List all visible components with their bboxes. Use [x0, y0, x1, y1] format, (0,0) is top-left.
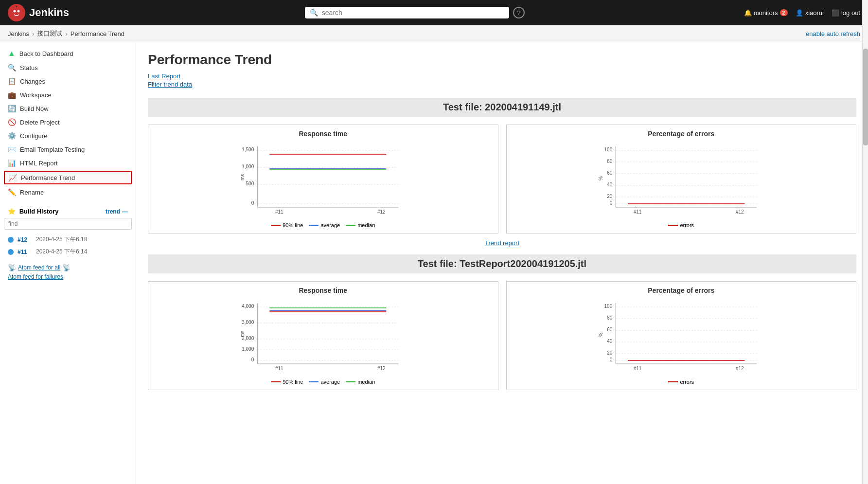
- errors-chart-legend-2: errors: [512, 379, 851, 385]
- sidebar-item-changes[interactable]: 📋 Changes: [0, 74, 136, 88]
- breadcrumb-project[interactable]: 接口测试: [37, 29, 62, 38]
- errors-chart-area-2: 100 80 60 40 20 0 %: [512, 298, 851, 376]
- atom-feed-all-link[interactable]: Atom feed for all: [18, 264, 60, 271]
- build-link-12[interactable]: #12: [18, 236, 32, 243]
- svg-text:#12: #12: [377, 209, 386, 215]
- svg-point-0: [10, 6, 23, 19]
- main-layout: ▲ Back to Dashboard 🔍 Status 📋 Changes 💼…: [0, 42, 868, 484]
- performance-trend-icon: 📈: [9, 174, 17, 181]
- user-menu[interactable]: 👤 xiaorui: [796, 9, 824, 17]
- response-chart-legend-1: 90% line average median: [153, 222, 493, 228]
- logo-text: Jenkins: [29, 6, 69, 19]
- legend-90-label-2: 90% line: [283, 379, 303, 385]
- build-now-icon: 🔄: [8, 105, 16, 112]
- sidebar: ▲ Back to Dashboard 🔍 Status 📋 Changes 💼…: [0, 42, 136, 484]
- legend-line-avg: [309, 225, 319, 226]
- legend-errors-2: errors: [668, 379, 694, 385]
- status-label: Status: [20, 64, 38, 72]
- breadcrumb-jenkins[interactable]: Jenkins: [8, 30, 29, 37]
- legend-errors-label-1: errors: [680, 222, 694, 228]
- legend-line-90-2: [271, 381, 281, 382]
- header-actions: 🔔 monitors 2 👤 xiaorui ⬛ log out: [744, 9, 860, 17]
- svg-text:#11: #11: [633, 366, 641, 371]
- filter-trend-link[interactable]: Filter trend data: [148, 81, 856, 88]
- svg-text:0: 0: [251, 200, 254, 206]
- sidebar-item-workspace[interactable]: 💼 Workspace: [0, 88, 136, 102]
- scrollbar[interactable]: [862, 0, 868, 484]
- auto-refresh-link[interactable]: enable auto refresh: [806, 30, 860, 37]
- scrollbar-thumb[interactable]: [863, 49, 868, 145]
- main-content: Performance Trend Last Report Filter tre…: [136, 42, 868, 484]
- username-label: xiaorui: [805, 9, 824, 17]
- charts-row-1: Response time 1,500 1,000 500 0 ms: [148, 125, 856, 233]
- monitors-label: monitors: [754, 9, 778, 17]
- search-icon: 🔍: [310, 9, 318, 17]
- svg-text:40: 40: [607, 182, 613, 187]
- html-report-icon: 📊: [8, 159, 16, 167]
- svg-text:0: 0: [609, 200, 612, 206]
- atom-feed-failures-link[interactable]: Atom feed for failures: [8, 273, 63, 280]
- svg-text:#12: #12: [377, 366, 386, 371]
- svg-point-1: [14, 10, 16, 13]
- build-history-header: ⭐ Build History trend —: [4, 205, 132, 218]
- build-status-dot-11: [8, 249, 14, 255]
- build-link-11[interactable]: #11: [18, 249, 32, 255]
- svg-point-2: [18, 10, 20, 13]
- build-history-section: ⭐ Build History trend — #12 2020-4-25 下午…: [0, 205, 136, 258]
- search-box: 🔍: [305, 7, 509, 18]
- svg-text:0: 0: [609, 357, 612, 362]
- sidebar-item-delete-project[interactable]: 🚫 Delete Project: [0, 115, 136, 129]
- sidebar-item-back[interactable]: ▲ Back to Dashboard: [0, 46, 136, 61]
- monitors-button[interactable]: 🔔 monitors 2: [744, 9, 788, 17]
- header: Jenkins 🔍 ? 🔔 monitors 2 👤 xiaorui ⬛ log…: [0, 0, 868, 25]
- svg-text:ms: ms: [240, 174, 245, 180]
- legend-avg-label-2: average: [320, 379, 340, 385]
- response-chart-legend-2: 90% line average median: [153, 379, 493, 385]
- configure-icon: ⚙️: [8, 132, 16, 140]
- content-links: Last Report Filter trend data: [148, 72, 856, 88]
- svg-text:1,000: 1,000: [242, 164, 254, 169]
- svg-text:#11: #11: [275, 366, 283, 371]
- help-icon[interactable]: ?: [513, 7, 525, 18]
- errors-chart-2: Percentage of errors 100 80 60 40 20 0 %: [506, 281, 857, 390]
- sidebar-item-html-report[interactable]: 📊 HTML Report: [0, 156, 136, 170]
- svg-text:%: %: [598, 333, 603, 337]
- sidebar-item-status[interactable]: 🔍 Status: [0, 61, 136, 74]
- workspace-icon: 💼: [8, 91, 16, 99]
- svg-text:100: 100: [604, 304, 612, 309]
- build-search-input[interactable]: [4, 218, 132, 230]
- svg-text:40: 40: [607, 339, 613, 344]
- sidebar-item-configure[interactable]: ⚙️ Configure: [0, 129, 136, 143]
- response-chart-area-1: 1,500 1,000 500 0 ms #1: [153, 142, 493, 219]
- svg-text:3,000: 3,000: [242, 320, 254, 325]
- legend-line-med: [346, 225, 355, 226]
- response-chart-title-2: Response time: [153, 287, 493, 294]
- svg-text:1,000: 1,000: [242, 346, 254, 352]
- legend-line-errors-2: [668, 381, 678, 382]
- svg-text:ms: ms: [240, 331, 245, 337]
- last-report-link[interactable]: Last Report: [148, 72, 856, 80]
- rss-failures-icon: 📡: [62, 264, 71, 271]
- trend-report-anchor[interactable]: Trend report: [485, 239, 519, 247]
- breadcrumb-sep2: ›: [65, 30, 67, 37]
- logout-button[interactable]: ⬛ log out: [832, 9, 860, 17]
- svg-text:4,000: 4,000: [242, 304, 254, 309]
- build-status-dot-12: [8, 237, 14, 243]
- jenkins-icon: [8, 4, 25, 21]
- legend-average: average: [309, 222, 340, 228]
- trend-link[interactable]: trend —: [106, 208, 128, 215]
- errors-chart-title-2: Percentage of errors: [512, 287, 851, 294]
- bell-icon: 🔔: [744, 9, 752, 17]
- breadcrumb-sep1: ›: [32, 30, 34, 37]
- sidebar-item-rename[interactable]: ✏️ Rename: [0, 185, 136, 199]
- back-label: Back to Dashboard: [19, 50, 73, 57]
- breadcrumb-path: Jenkins › 接口测试 › Performance Trend: [8, 29, 124, 38]
- svg-text:#12: #12: [735, 209, 744, 215]
- svg-text:#11: #11: [633, 209, 641, 215]
- sidebar-item-email-template[interactable]: ✉️ Email Template Testing: [0, 143, 136, 156]
- sidebar-item-performance-trend[interactable]: 📈 Performance Trend: [4, 171, 132, 184]
- search-input[interactable]: [322, 9, 504, 17]
- sidebar-item-build-now[interactable]: 🔄 Build Now: [0, 102, 136, 115]
- response-chart-area-2: 4,000 3,000 2,000 1,000 0 ms #11: [153, 298, 493, 376]
- svg-text:100: 100: [604, 147, 612, 152]
